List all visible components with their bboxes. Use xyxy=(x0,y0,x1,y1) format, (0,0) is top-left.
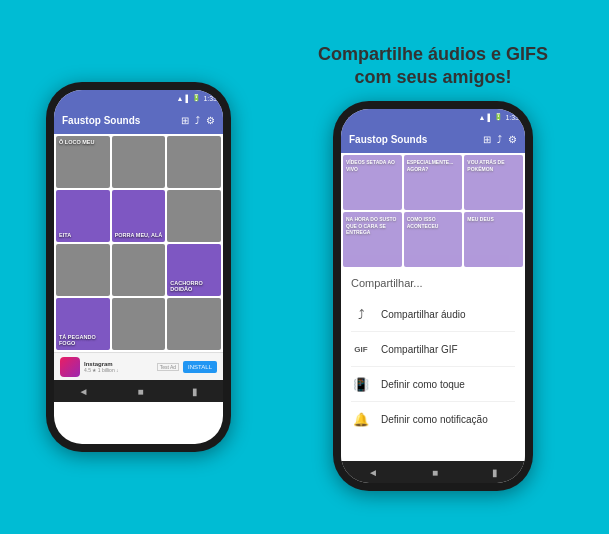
left-status-bar: ▲ ▌ 🔋 1:33 xyxy=(54,90,223,106)
left-phone: ▲ ▌ 🔋 1:33 Faustop Sounds ⊞ ⤴ ⚙ Ô LOCO M… xyxy=(46,82,231,452)
left-cube-icon[interactable]: ⊞ xyxy=(181,115,189,126)
set-ringtone-label: Definir como toque xyxy=(381,379,465,390)
notification-icon: 🔔 xyxy=(351,409,371,429)
left-time: 1:33 xyxy=(203,95,217,102)
ad-tag: Test Ad xyxy=(157,363,179,371)
left-signal-icon: ▌ xyxy=(185,95,190,102)
right-cell-hora-label: NA HORA DO SUSTO QUE O CARA SE ENTREGA xyxy=(346,216,399,236)
left-app-bar: Faustop Sounds ⊞ ⤴ ⚙ xyxy=(54,106,223,134)
left-home-button[interactable]: ■ xyxy=(137,386,143,397)
right-status-bar: ▲ ▌ 🔋 1:33 xyxy=(341,109,525,125)
left-wifi-icon: ▲ xyxy=(176,95,183,102)
share-audio-icon: ⤴ xyxy=(351,304,371,324)
left-phone-screen: ▲ ▌ 🔋 1:33 Faustop Sounds ⊞ ⤴ ⚙ Ô LOCO M… xyxy=(54,90,223,444)
ad-install-button[interactable]: INSTALL xyxy=(183,361,217,373)
cell-photo-2[interactable] xyxy=(112,136,166,188)
left-nav-bar: ◄ ■ ▮ xyxy=(54,380,223,402)
right-cell-como-isso[interactable]: COMO ISSO ACONTECEU xyxy=(404,212,463,267)
cell-cachorro-label: CACHORRO DOIDÃO xyxy=(170,280,218,293)
right-cell-especialmente[interactable]: ESPECIALMENTE... AGORA? xyxy=(404,155,463,210)
cell-eita-label: EITA xyxy=(59,232,107,239)
right-phone: ▲ ▌ 🔋 1:33 Faustop Sounds ⊞ ⤴ ⚙ VÍDEOS S… xyxy=(333,101,533,491)
left-sound-grid: Ô LOCO MEU EITA PORRA MEU, ALÁ CACHORRO … xyxy=(54,134,223,352)
cell-photo-5[interactable] xyxy=(56,244,110,296)
cell-ta-pegando-label: TÁ PEGANDO FOGO xyxy=(59,334,107,347)
share-audio-label: Compartilhar áudio xyxy=(381,309,466,320)
right-wifi-icon: ▲ xyxy=(478,114,485,121)
cell-loco-meu-label: Ô LOCO MEU xyxy=(59,139,107,146)
right-cell-videos[interactable]: VÍDEOS SETADA AO VIVO xyxy=(343,155,402,210)
right-side: Compartilhe áudios e GIFS com seus amigo… xyxy=(303,43,563,492)
cell-photo-3[interactable] xyxy=(167,136,221,188)
right-phone-screen: ▲ ▌ 🔋 1:33 Faustop Sounds ⊞ ⤴ ⚙ VÍDEOS S… xyxy=(341,109,525,483)
left-recents-button[interactable]: ▮ xyxy=(192,386,198,397)
right-cell-hora[interactable]: NA HORA DO SUSTO QUE O CARA SE ENTREGA xyxy=(343,212,402,267)
cell-cachorro[interactable]: CACHORRO DOIDÃO xyxy=(167,244,221,296)
set-notification-item[interactable]: 🔔 Definir como notificação xyxy=(351,402,515,436)
left-settings-icon[interactable]: ⚙ xyxy=(206,115,215,126)
right-home-button[interactable]: ■ xyxy=(432,467,438,478)
share-gif-item[interactable]: GIF Compartilhar GIF xyxy=(351,332,515,367)
cell-ta-pegando[interactable]: TÁ PEGANDO FOGO xyxy=(56,298,110,350)
right-signal-icon: ▌ xyxy=(487,114,492,121)
right-cube-icon[interactable]: ⊞ xyxy=(483,134,491,145)
right-settings-icon[interactable]: ⚙ xyxy=(508,134,517,145)
right-cell-especialmente-label: ESPECIALMENTE... AGORA? xyxy=(407,159,460,172)
right-cell-pokemon-label: VOU ATRÁS DE POKÉMON xyxy=(467,159,520,172)
cell-loco-meu[interactable]: Ô LOCO MEU xyxy=(56,136,110,188)
right-share-icon[interactable]: ⤴ xyxy=(497,134,502,145)
right-battery-icon: 🔋 xyxy=(494,113,503,121)
cell-eita[interactable]: EITA xyxy=(56,190,110,242)
right-cell-meu-deus[interactable]: MEU DEUS xyxy=(464,212,523,267)
right-app-title: Faustop Sounds xyxy=(349,134,477,145)
left-share-icon[interactable]: ⤴ xyxy=(195,115,200,126)
share-gif-icon: GIF xyxy=(351,339,371,359)
left-back-button[interactable]: ◄ xyxy=(79,386,89,397)
right-app-bar: Faustop Sounds ⊞ ⤴ ⚙ xyxy=(341,125,525,153)
ad-text-block: Instagram 4.5 ★ 1 billion ↓ xyxy=(84,361,153,373)
ad-subtitle: 4.5 ★ 1 billion ↓ xyxy=(84,367,153,373)
left-app-title: Faustop Sounds xyxy=(62,115,175,126)
share-gif-label: Compartilhar GIF xyxy=(381,344,458,355)
right-recents-button[interactable]: ▮ xyxy=(492,467,498,478)
share-audio-item[interactable]: ⤴ Compartilhar áudio xyxy=(351,297,515,332)
right-nav-bar: ◄ ■ ▮ xyxy=(341,461,525,483)
right-cell-como-isso-label: COMO ISSO ACONTECEU xyxy=(407,216,460,229)
ad-banner: Instagram 4.5 ★ 1 billion ↓ Test Ad INST… xyxy=(54,352,223,380)
right-sound-grid: VÍDEOS SETADA AO VIVO ESPECIALMENTE... A… xyxy=(341,153,525,269)
set-notification-label: Definir como notificação xyxy=(381,414,488,425)
cell-porra[interactable]: PORRA MEU, ALÁ xyxy=(112,190,166,242)
scene: ▲ ▌ 🔋 1:33 Faustop Sounds ⊞ ⤴ ⚙ Ô LOCO M… xyxy=(0,0,609,534)
set-ringtone-item[interactable]: 📳 Definir como toque xyxy=(351,367,515,402)
left-battery-icon: 🔋 xyxy=(192,94,201,102)
right-cell-videos-label: VÍDEOS SETADA AO VIVO xyxy=(346,159,399,172)
cell-photo-4[interactable] xyxy=(167,190,221,242)
cell-photo-7[interactable] xyxy=(112,298,166,350)
cell-photo-6[interactable] xyxy=(112,244,166,296)
cell-photo-8[interactable] xyxy=(167,298,221,350)
cell-porra-label: PORRA MEU, ALÁ xyxy=(115,232,163,239)
ad-icon xyxy=(60,357,80,377)
right-cell-meu-deus-label: MEU DEUS xyxy=(467,216,520,223)
share-menu: Compartilhar... ⤴ Compartilhar áudio GIF… xyxy=(341,269,525,461)
headline: Compartilhe áudios e GIFS com seus amigo… xyxy=(303,43,563,90)
right-back-button[interactable]: ◄ xyxy=(368,467,378,478)
right-cell-pokemon[interactable]: VOU ATRÁS DE POKÉMON xyxy=(464,155,523,210)
right-time: 1:33 xyxy=(505,114,519,121)
share-menu-title: Compartilhar... xyxy=(351,277,515,289)
ringtone-icon: 📳 xyxy=(351,374,371,394)
